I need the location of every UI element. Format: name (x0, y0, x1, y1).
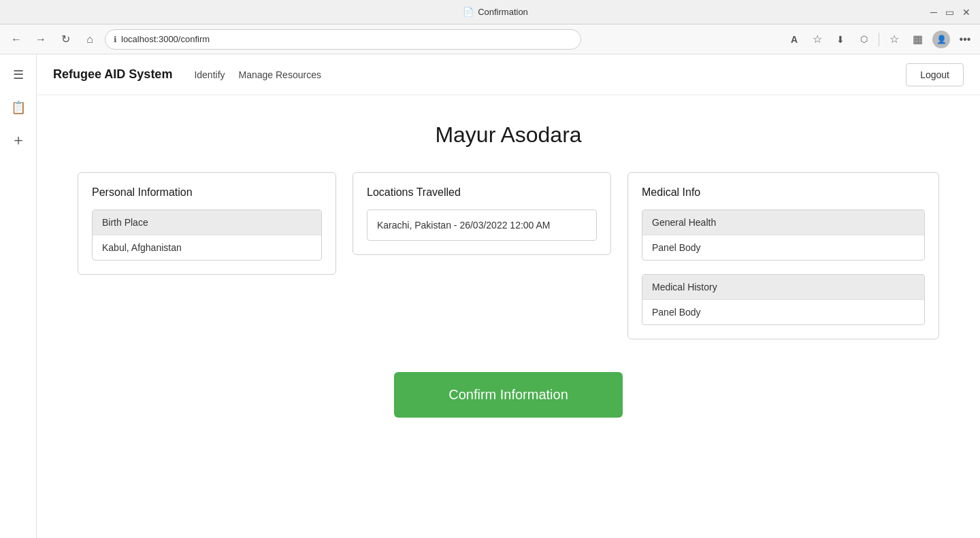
url-text: localhost:3000/confirm (121, 34, 210, 44)
general-health-header: General Health (642, 210, 924, 235)
location-text: Karachi, Pakistan - 26/03/2022 12:00 AM (377, 220, 551, 231)
nav-manage-resources[interactable]: Manage Resources (239, 69, 321, 80)
nav-links: Identify Manage Resources (194, 69, 321, 80)
general-health-section: General Health Panel Body (642, 209, 925, 260)
personal-info-table: Birth Place Kabul, Afghanistan (92, 209, 322, 260)
locations-title: Locations Travelled (367, 186, 597, 199)
refresh-button[interactable]: ↻ (56, 30, 75, 49)
medical-info-card: Medical Info General Health Panel Body M… (627, 172, 939, 339)
address-bar[interactable]: ℹ localhost:3000/confirm (105, 29, 581, 50)
sidebar-toggle-icon[interactable]: ☰ (6, 63, 31, 87)
personal-info-title: Personal Information (92, 186, 322, 199)
favorites-icon[interactable]: ☆ (809, 31, 826, 48)
document-icon: 📄 (463, 7, 474, 17)
sidebar-icon[interactable]: ▦ (909, 31, 926, 48)
close-button[interactable]: ✕ (961, 7, 972, 18)
app-container: ☰ 📋 ＋ Refugee AID System Identify Manage… (0, 54, 980, 538)
titlebar-controls: ─ ▭ ✕ (928, 7, 972, 18)
medical-history-section: Medical History Panel Body (642, 274, 925, 325)
confirm-section: Confirm Information (78, 372, 939, 418)
home-button[interactable]: ⌂ (80, 30, 99, 49)
toolbar-icons: A ☆ ⬇ ⬡ ☆ ▦ 👤 ••• (786, 31, 973, 48)
forward-button[interactable]: → (31, 30, 50, 49)
minimize-button[interactable]: ─ (928, 7, 939, 18)
app-title: Refugee AID System (53, 67, 172, 82)
general-health-panel: General Health Panel Body (642, 209, 925, 260)
nav-identify[interactable]: Identify (194, 69, 225, 80)
back-button[interactable]: ← (7, 30, 26, 49)
browser-titlebar: 📄 Confirmation ─ ▭ ✕ (0, 0, 980, 24)
tab-title: Confirmation (478, 7, 528, 17)
birth-place-value: Kabul, Afghanistan (93, 235, 321, 260)
medical-info-title: Medical Info (642, 186, 925, 199)
toolbar-divider (879, 33, 879, 46)
sidebar: ☰ 📋 ＋ (0, 54, 37, 538)
birth-place-header: Birth Place (93, 210, 321, 235)
location-entry: Karachi, Pakistan - 26/03/2022 12:00 AM (367, 209, 597, 241)
browser-toolbar: ← → ↻ ⌂ ℹ localhost:3000/confirm A ☆ ⬇ ⬡… (0, 24, 980, 54)
extension-icon[interactable]: ⬡ (855, 31, 872, 48)
personal-info-card: Personal Information Birth Place Kabul, … (78, 172, 336, 275)
user-avatar[interactable]: 👤 (932, 31, 950, 48)
page-body: Mayur Asodara Personal Information Birth… (37, 95, 980, 458)
person-name: Mayur Asodara (78, 122, 939, 148)
more-icon[interactable]: ••• (957, 31, 973, 48)
locations-card: Locations Travelled Karachi, Pakistan - … (353, 172, 611, 255)
titlebar-center: 📄 Confirmation (463, 7, 528, 17)
medical-history-panel: Medical History Panel Body (642, 274, 925, 325)
sidebar-file-icon[interactable]: 📋 (6, 95, 31, 120)
medical-history-body: Panel Body (642, 299, 924, 324)
cards-row: Personal Information Birth Place Kabul, … (78, 172, 939, 339)
maximize-button[interactable]: ▭ (945, 7, 956, 18)
general-health-body: Panel Body (642, 235, 924, 260)
download-icon[interactable]: ⬇ (832, 31, 849, 48)
translate-icon[interactable]: A (786, 31, 802, 48)
bookmark-icon[interactable]: ☆ (886, 31, 902, 48)
main-content: Refugee AID System Identify Manage Resou… (37, 54, 980, 538)
app-header: Refugee AID System Identify Manage Resou… (37, 54, 980, 95)
medical-history-header: Medical History (642, 275, 924, 299)
sidebar-add-icon[interactable]: ＋ (6, 128, 31, 152)
info-icon: ℹ (114, 35, 117, 44)
logout-button[interactable]: Logout (906, 63, 964, 86)
confirm-information-button[interactable]: Confirm Information (394, 372, 623, 418)
